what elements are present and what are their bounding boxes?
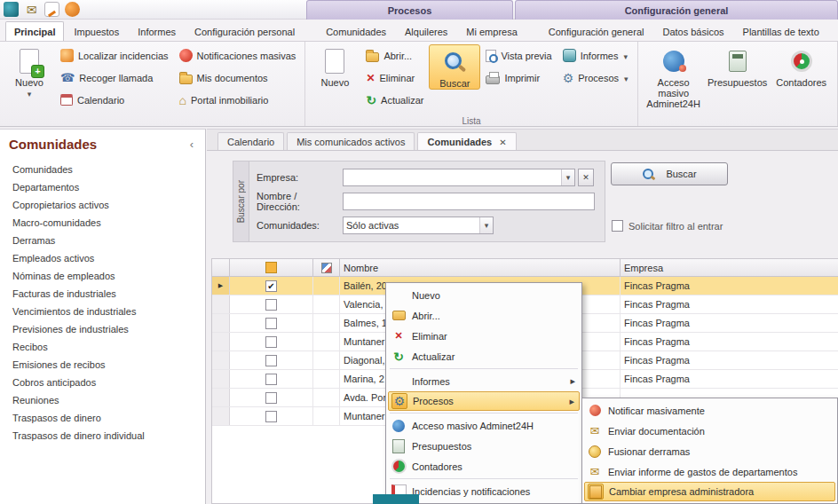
- ribbon-tab[interactable]: Impuestos: [65, 21, 128, 41]
- row-check-cell[interactable]: [230, 389, 313, 406]
- buscar-button[interactable]: Buscar: [429, 44, 480, 90]
- ribbon-tab[interactable]: Principal: [5, 21, 64, 41]
- eliminar-button[interactable]: Eliminar: [362, 67, 427, 89]
- solicitar-filtro-checkbox[interactable]: [612, 220, 623, 232]
- chevron-down-icon[interactable]: [479, 217, 493, 233]
- sidebar-item[interactable]: Reuniones: [0, 391, 205, 409]
- row-check-cell[interactable]: [230, 370, 313, 388]
- chevron-down-icon[interactable]: [28, 88, 32, 98]
- ribbon-tab[interactable]: Mi empresa: [457, 21, 526, 41]
- column-header-empresa[interactable]: Empresa: [621, 259, 838, 276]
- app-icon[interactable]: [4, 2, 19, 17]
- procesos-dropdown-button[interactable]: Procesos: [559, 67, 632, 89]
- sidebar-item[interactable]: Cobros anticipados: [0, 374, 205, 391]
- ribbon-tab[interactable]: Configuración personal: [186, 21, 304, 41]
- nombre-direccion-input[interactable]: [343, 193, 595, 210]
- tab-close-icon[interactable]: [499, 138, 506, 147]
- nuevo-registro-button[interactable]: Nuevo: [309, 44, 360, 88]
- sidebar-item[interactable]: Nóminas de empleados: [0, 267, 205, 285]
- row-checkbox[interactable]: [265, 374, 277, 385]
- document-tab[interactable]: Mis comunicados activos: [287, 132, 415, 150]
- row-checkbox[interactable]: [265, 336, 277, 348]
- ribbon-tab[interactable]: Alquileres: [396, 21, 456, 41]
- recoger-llamada-button[interactable]: Recoger llamada: [57, 67, 172, 89]
- row-check-cell[interactable]: [230, 351, 313, 369]
- column-options-header[interactable]: [313, 259, 340, 276]
- submenu-item[interactable]: Notificar masivamente: [584, 400, 835, 421]
- vista-previa-button[interactable]: Vista previa: [482, 44, 555, 67]
- presupuestos-button[interactable]: Presupuestos: [706, 44, 770, 88]
- submenu-item[interactable]: Fusionar derramas: [584, 441, 835, 461]
- row-check-cell[interactable]: [230, 407, 313, 425]
- contadores-button[interactable]: Contadores: [770, 44, 834, 88]
- buscar-filter-button[interactable]: Buscar: [611, 162, 728, 185]
- row-checkbox[interactable]: [265, 392, 277, 404]
- menu-item[interactable]: Acceso masivo Adminet24H: [388, 415, 580, 436]
- menu-item[interactable]: Contadores: [388, 456, 580, 476]
- portal-inmobiliario-button[interactable]: Portal inmobiliario: [176, 89, 300, 111]
- row-check-cell[interactable]: [230, 295, 313, 313]
- localizar-incidencias-button[interactable]: Localizar incidencias: [57, 44, 172, 67]
- announce-icon[interactable]: [65, 2, 80, 17]
- abrir-button[interactable]: Abrir...: [362, 44, 427, 67]
- actualizar-button[interactable]: Actualizar: [362, 89, 427, 111]
- row-check-cell[interactable]: [230, 333, 313, 350]
- ribbon-tab[interactable]: Configuración general: [540, 21, 653, 41]
- sidebar-item[interactable]: Previsiones de industriales: [0, 320, 205, 338]
- chevron-down-icon[interactable]: [624, 73, 628, 83]
- calendario-button[interactable]: Calendario: [57, 89, 172, 111]
- select-all-header[interactable]: [230, 259, 313, 276]
- ribbon-tab[interactable]: Datos básicos: [653, 21, 732, 41]
- row-check-cell[interactable]: [230, 277, 313, 295]
- submenu-item[interactable]: Enviar documentación: [584, 421, 835, 441]
- imprimir-button[interactable]: Imprimir: [482, 67, 555, 89]
- comunidades-combo[interactable]: Sólo activas: [343, 217, 494, 234]
- sidebar-item[interactable]: Facturas de industriales: [0, 285, 205, 303]
- chevron-down-icon[interactable]: [623, 51, 628, 61]
- row-checkbox[interactable]: [265, 355, 277, 366]
- document-tab[interactable]: Comunidades: [417, 132, 516, 150]
- sidebar-item[interactable]: Vencimientos de industriales: [0, 303, 205, 320]
- mis-documentos-button[interactable]: Mis documentos: [176, 67, 300, 89]
- acceso-masivo-button[interactable]: Acceso masivo Adminet24H: [642, 44, 706, 109]
- row-checkbox[interactable]: [265, 318, 277, 329]
- sidebar-item[interactable]: Macro-comunidades: [0, 214, 205, 232]
- ribbon-tab[interactable]: Comunidades: [317, 21, 395, 41]
- clear-empresa-icon[interactable]: [578, 169, 594, 186]
- sidebar-item[interactable]: Empleados activos: [0, 249, 205, 267]
- menu-item[interactable]: Abrir...: [388, 305, 580, 326]
- collapse-sidebar-icon[interactable]: [186, 138, 198, 151]
- row-check-cell[interactable]: [230, 314, 313, 332]
- row-checkbox[interactable]: [265, 280, 277, 292]
- submenu-item[interactable]: Cambiar empresa administradora: [584, 482, 835, 501]
- menu-item[interactable]: Nuevo: [388, 285, 580, 305]
- sidebar-item[interactable]: Traspasos de dinero: [0, 409, 205, 427]
- menu-item[interactable]: Presupuestos: [388, 436, 580, 456]
- column-header-nombre[interactable]: Nombre: [340, 259, 621, 276]
- notes-icon[interactable]: [44, 2, 59, 17]
- sidebar-item[interactable]: Comunidades: [0, 161, 205, 178]
- menu-item[interactable]: Eliminar: [388, 326, 580, 346]
- menu-item[interactable]: Informes: [388, 371, 580, 391]
- row-checkbox[interactable]: [265, 299, 277, 311]
- nuevo-button[interactable]: Nuevo: [4, 44, 55, 98]
- notificaciones-masivas-button[interactable]: Notificaciones masivas: [176, 44, 300, 67]
- row-checkbox[interactable]: [265, 411, 277, 422]
- sidebar-item[interactable]: Recibos: [0, 338, 205, 356]
- sidebar-item[interactable]: Derramas: [0, 232, 205, 249]
- chevron-down-icon[interactable]: [561, 169, 574, 185]
- menu-item[interactable]: Procesos: [388, 391, 580, 411]
- sidebar-item[interactable]: Departamentos: [0, 178, 205, 196]
- ribbon-tab[interactable]: Plantillas de texto: [734, 21, 828, 41]
- empresa-combo[interactable]: [343, 169, 575, 186]
- informes-dropdown-button[interactable]: Informes: [559, 44, 632, 67]
- submenu-item[interactable]: Enviar informe de gastos de departamento…: [584, 461, 835, 482]
- sidebar-item[interactable]: Traspasos de dinero individual: [0, 427, 205, 445]
- sidebar-item[interactable]: Emisiones de recibos: [0, 356, 205, 374]
- menu-item[interactable]: Actualizar: [388, 346, 580, 366]
- sidebar-item[interactable]: Copropietarios activos: [0, 196, 205, 214]
- ribbon-tab[interactable]: Informes: [129, 21, 185, 41]
- mail-icon[interactable]: [24, 2, 39, 17]
- select-all-checkbox[interactable]: [265, 262, 277, 273]
- document-tab[interactable]: Calendario: [217, 132, 284, 150]
